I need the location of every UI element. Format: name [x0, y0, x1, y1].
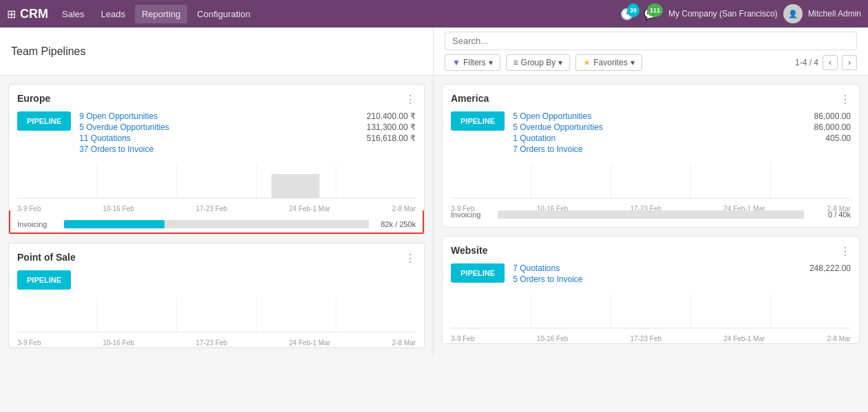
pos-card-header: Point of Sale ⋮ [17, 252, 416, 265]
nav-reporting[interactable]: Reporting [135, 5, 187, 23]
metric-row: 5 Overdue Opportunities 86,000.00 [513, 122, 851, 132]
pos-chart-labels: 3-9 Feb 10-16 Feb 17-23 Feb 24 Feb-1 Mar… [17, 339, 416, 347]
website-metric-0-value: 248,222.00 [809, 263, 851, 273]
america-card-body: PIPELINE 5 Open Opportunities 86,000.00 … [451, 111, 851, 155]
pos-metrics [79, 270, 416, 290]
europe-metric-1-label[interactable]: 5 Overdue Opportunities [79, 122, 169, 132]
chat-notification[interactable]: 💬 111 [644, 8, 657, 21]
europe-menu[interactable]: ⋮ [405, 93, 416, 106]
website-card-header: Website ⋮ [451, 245, 851, 258]
europe-chart-labels: 3-9 Feb 10-16 Feb 17-23 Feb 24 Feb-1 Mar… [17, 205, 416, 213]
america-menu[interactable]: ⋮ [840, 93, 851, 106]
metric-row: 5 Open Opportunities 86,000.00 [513, 111, 851, 121]
search-row [445, 32, 857, 50]
favorites-label: Favorites [593, 58, 627, 67]
america-card: America ⋮ PIPELINE 5 Open Opportunities … [442, 84, 860, 228]
europe-card-body: PIPELINE 9 Open Opportunities 210,400.00… [17, 111, 416, 155]
website-chart-label-1: 10-16 Feb [537, 335, 569, 343]
america-pipeline-button[interactable]: PIPELINE [451, 111, 505, 131]
website-chart-labels: 3-9 Feb 10-16 Feb 17-23 Feb 24 Feb-1 Mar… [451, 335, 851, 343]
website-pipeline-button[interactable]: PIPELINE [451, 263, 505, 283]
europe-invoicing-section: Invoicing 82k / 250k [9, 210, 424, 234]
metric-row: 1 Quotation 405.00 [513, 133, 851, 143]
user-name: Mitchell Admin [808, 9, 861, 19]
favorites-chevron: ▾ [631, 58, 635, 67]
pos-chart-label-3: 24 Feb-1 Mar [289, 339, 330, 347]
europe-chart-svg [17, 164, 416, 202]
pos-chart-label-0: 3-9 Feb [17, 339, 41, 347]
europe-metric-2-value: 516,618.00 ₹ [367, 133, 416, 143]
nav-leads[interactable]: Leads [94, 5, 132, 23]
next-page-button[interactable]: › [842, 55, 857, 70]
america-metric-2-value: 405.00 [825, 133, 851, 143]
europe-metric-0-label[interactable]: 9 Open Opportunities [79, 111, 158, 121]
search-input[interactable] [445, 32, 857, 50]
europe-pipeline-button[interactable]: PIPELINE [17, 111, 71, 131]
pos-card: Point of Sale ⋮ PIPELINE 3-9 Feb 10-16 [8, 243, 425, 348]
metric-row: 9 Open Opportunities 210,400.00 ₹ [79, 111, 416, 121]
website-chart: 3-9 Feb 10-16 Feb 17-23 Feb 24 Feb-1 Mar… [451, 294, 851, 335]
america-metric-1-value: 86,000.00 [814, 122, 851, 132]
europe-metric-2-label[interactable]: 11 Quotations [79, 133, 131, 143]
page-title: Team Pipelines [11, 45, 86, 58]
pos-chart-svg [17, 298, 416, 336]
group-by-button[interactable]: ≡ Group By ▾ [506, 54, 571, 71]
america-metric-0-value: 86,000.00 [814, 111, 851, 121]
main-nav: Sales Leads Reporting Configuration [55, 5, 616, 23]
europe-card-header: Europe ⋮ [17, 93, 416, 106]
website-chart-label-4: 2-8 Mar [827, 335, 851, 343]
europe-progress-bar-fill [64, 220, 165, 228]
pos-pipeline-button[interactable]: PIPELINE [17, 270, 71, 290]
america-metric-2-label[interactable]: 1 Quotation [513, 133, 555, 143]
clock-notification[interactable]: 🕐 39 [620, 8, 634, 21]
clock-badge: 39 [627, 3, 639, 17]
favorites-button[interactable]: ★ Favorites ▾ [575, 54, 642, 71]
america-invoicing-section: Invoicing 0 / 40k [451, 210, 851, 219]
europe-chart-label-3: 24 Feb-1 Mar [289, 205, 330, 213]
europe-progress-bar-wrapper [64, 220, 369, 228]
company-selector[interactable]: My Company (San Francisco) [668, 9, 778, 19]
pos-title: Point of Sale [17, 252, 76, 263]
website-metric-0-label[interactable]: 7 Quotations [513, 263, 560, 273]
europe-metric-1-value: 131,300.00 ₹ [367, 122, 416, 132]
pagination-text: 1-4 / 4 [795, 58, 818, 67]
america-progress-bar-wrapper [498, 210, 804, 219]
nav-configuration[interactable]: Configuration [190, 5, 257, 23]
metric-row: 7 Orders to Invoice [513, 144, 851, 154]
groupby-icon: ≡ [514, 58, 518, 67]
left-panel: Europe ⋮ PIPELINE 9 Open Opportunities 2… [0, 76, 434, 356]
filters-button[interactable]: ▼ Filters ▾ [445, 54, 500, 71]
europe-chart: 3-9 Feb 10-16 Feb 17-23 Feb 24 Feb-1 Mar… [17, 164, 416, 205]
top-bar: Team Pipelines ▼ Filters ▾ ≡ Group By ▾ … [0, 28, 868, 76]
controls-section: ▼ Filters ▾ ≡ Group By ▾ ★ Favorites ▾ 1… [434, 28, 868, 75]
metric-row: 5 Overdue Opportunities 131,300.00 ₹ [79, 122, 416, 132]
metric-row: 37 Orders to Invoice [79, 144, 416, 154]
svg-rect-5 [271, 174, 319, 198]
website-metrics: 7 Quotations 248,222.00 5 Orders to Invo… [513, 263, 851, 285]
pos-menu[interactable]: ⋮ [405, 252, 416, 265]
america-card-header: America ⋮ [451, 93, 851, 106]
website-chart-label-3: 24 Feb-1 Mar [723, 335, 765, 343]
europe-invoicing-bar: Invoicing 82k / 250k [17, 220, 416, 228]
app-name[interactable]: CRM [20, 7, 48, 21]
america-metric-0-label[interactable]: 5 Open Opportunities [513, 111, 591, 121]
right-panel: America ⋮ PIPELINE 5 Open Opportunities … [434, 76, 868, 356]
website-card: Website ⋮ PIPELINE 7 Quotations 248,222.… [442, 236, 860, 344]
europe-metric-3-label[interactable]: 37 Orders to Invoice [79, 144, 154, 154]
europe-invoicing-label: Invoicing [17, 220, 59, 228]
europe-chart-label-2: 17-23 Feb [195, 205, 227, 213]
website-chart-svg [451, 294, 851, 332]
grid-icon[interactable]: ⊞ [7, 8, 16, 21]
website-menu[interactable]: ⋮ [840, 245, 851, 258]
america-metric-3-label[interactable]: 7 Orders to Invoice [513, 144, 582, 154]
europe-chart-label-1: 10-16 Feb [103, 205, 134, 213]
user-avatar[interactable]: 👤 [783, 4, 803, 23]
nav-sales[interactable]: Sales [55, 5, 92, 23]
content-wrapper: Europe ⋮ PIPELINE 9 Open Opportunities 2… [0, 76, 868, 356]
prev-page-button[interactable]: ‹ [823, 55, 838, 70]
europe-card: Europe ⋮ PIPELINE 9 Open Opportunities 2… [8, 84, 425, 235]
filter-icon: ▼ [452, 58, 461, 67]
website-metric-1-label[interactable]: 5 Orders to Invoice [513, 274, 582, 284]
america-metric-1-label[interactable]: 5 Overdue Opportunities [513, 122, 603, 132]
group-by-label: Group By [521, 58, 556, 67]
